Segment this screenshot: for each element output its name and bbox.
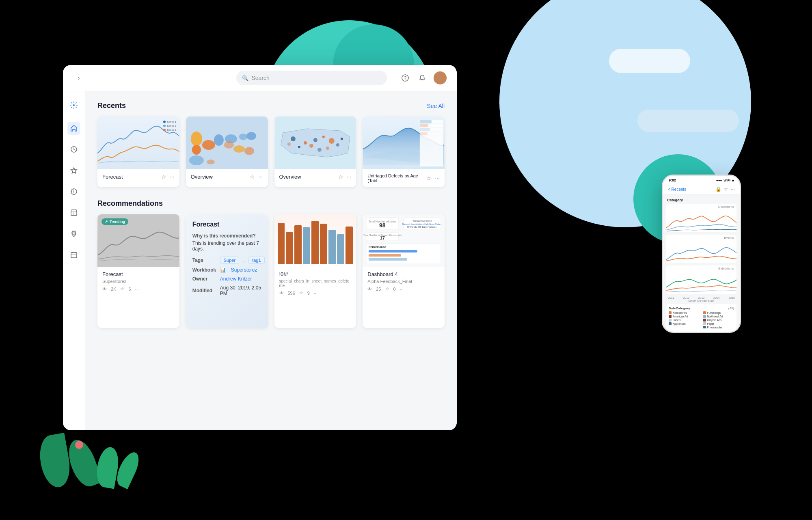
sidebar-item-schedule[interactable] [67,248,80,261]
sidebar-item-location[interactable] [67,227,80,240]
svg-text:You achieve more: You achieve more [412,220,432,222]
svg-text:Performance: Performance [369,246,386,248]
defects-more[interactable]: ··· [435,175,440,181]
rec-dashboard-more[interactable]: ··· [400,287,404,291]
forecast-favorite-icon[interactable]: ☆ [161,173,166,180]
rec-card-forecast-popup[interactable]: Forecast Why is this recommended? This i… [186,214,268,328]
phone-exhibitions-label: Exhibitions [666,265,736,272]
legend-color-5 [703,311,706,314]
sidebar-item-home[interactable] [67,122,80,135]
tags-row: Tags Super , tag1 [192,257,261,264]
rec-bar-more[interactable]: ··· [314,291,317,296]
scatter-map-thumbnail [274,117,356,169]
help-button[interactable]: ? [400,72,411,84]
workbook-row: Workbook 📊 Superstorez [192,267,261,273]
owner-value[interactable]: Andrew Kritzer [220,276,252,282]
forecast-card-actions: ☆ ··· [161,173,175,180]
scatter-card-actions: ☆ ··· [338,173,352,180]
phone-legend-header: Sub-Category (All) [669,306,734,310]
forecast-thumbnail: Series 1 Series 2 Series 3 [97,117,179,169]
rec-card-dashboard[interactable]: Total Number of sales 98 You achieve mor… [363,214,445,328]
collapse-button[interactable]: › [73,72,84,84]
search-icon: 🔍 [242,75,248,81]
user-avatar[interactable] [434,71,447,84]
rec-dashboard-subtitle: Alpha Feedback_Final [367,279,440,284]
plant-flower [75,441,83,449]
phone-star-icon[interactable]: ☆ [724,186,728,192]
phone-x-axis: 20112012201320142015 [666,296,736,299]
scatter-more[interactable]: ··· [347,173,352,180]
phone-legend-item-7: Graphic Arts [703,319,734,321]
phone-section-category: Category [666,198,736,202]
svg-text:17: 17 [380,235,385,240]
rec-forecast-stats: 👁 2K ☆ 6 ··· [102,286,175,291]
rec-card-bar[interactable]: 📊 !0!# special_chars_i [274,214,356,328]
recent-card-overview-map[interactable]: Overview ☆ ··· [186,117,268,187]
svg-point-32 [189,155,204,165]
svg-line-9 [76,103,76,104]
phone-events-label: Events [666,235,736,241]
defects-favorite[interactable]: ☆ [426,175,432,181]
defects-thumbnail [363,117,445,169]
sidebar [63,91,85,430]
recent-card-forecast[interactable]: Series 1 Series 2 Series 3 Forecast ☆ ··… [97,117,179,187]
svg-rect-13 [71,210,77,216]
phone-content: Category Collections Events [663,195,740,328]
phone-status-bar: 9:02 ●●● WiFi ■ [663,176,740,184]
rec-bar-subtitle: special_chars_in_sheet_names_deleteme [279,279,352,288]
svg-line-8 [76,107,76,108]
phone-back-button[interactable]: < Recents [668,187,686,192]
sidebar-item-shared[interactable] [67,206,80,219]
svg-text:98: 98 [379,222,386,229]
phone-legend-item-1: Accessories [669,311,700,314]
tag-chip-1[interactable]: Super [220,257,239,264]
svg-point-35 [290,136,295,141]
forecast-more-icon[interactable]: ··· [170,173,175,180]
overview-map-more[interactable]: ··· [258,173,263,180]
phone-legend-item-4: Appliances [669,322,700,325]
notification-bell[interactable] [417,72,428,84]
rec-bar-title: !0!# [279,271,352,277]
plants-decoration [41,435,136,488]
tag-chip-2[interactable]: tag1 [248,257,264,264]
phone-wifi-icon: WiFi [723,179,730,182]
scatter-favorite[interactable]: ☆ [338,173,343,180]
svg-point-45 [287,142,290,146]
phone-more-icon[interactable]: ··· [731,186,735,192]
bar-star-icon: ☆ [299,290,303,296]
star-icon: ☆ [120,286,124,291]
phone-legend-item-6: Northwest Art [703,315,734,318]
workbook-link[interactable]: Superstorez [231,267,257,273]
search-input-label: Search [252,75,270,81]
rec-forecast-footer: Forecast Superstorez 👁 2K ☆ 6 ··· [97,267,179,296]
svg-line-10 [71,107,72,108]
phone-legend-item-8: Paper [703,322,734,325]
why-label: Why is this recommended? [192,233,261,239]
phone-chart-events: Events [666,235,736,263]
search-bar[interactable]: 🔍 Search [236,71,387,85]
sidebar-logo [67,99,80,112]
overview-map-favorite[interactable]: ☆ [250,173,255,180]
svg-rect-52 [420,120,432,123]
svg-point-42 [309,144,313,148]
rec-forecast-more[interactable]: ··· [135,287,139,291]
recent-card-defects[interactable]: Untriaged Defects by Age (Tabl... ☆ ··· [363,117,445,187]
phone-legend-item-9: Photography [703,326,734,328]
recent-card-scatter[interactable]: Overview ☆ ··· [274,117,356,187]
legend-color-6 [703,315,706,318]
cloud-decoration-2 [637,110,739,132]
phone-lock-icon[interactable]: 🔒 [715,186,721,192]
dashboard-star-icon: ☆ [385,286,389,291]
phone-legend-box: Sub-Category (All) Accessories American … [666,304,736,328]
sidebar-item-history[interactable] [67,185,80,198]
rec-card-forecast[interactable]: ↗ Trending Forecast Superstorez 👁 [97,214,179,328]
recents-see-all[interactable]: See All [427,103,445,109]
phone-legend-item-2: American Art [669,315,700,318]
legend-color-4 [669,322,672,325]
recents-title: Recents [97,101,126,110]
rec-bar-thumbnail: 📊 [274,214,356,267]
bar-chart [274,214,356,267]
sidebar-item-favorites[interactable] [67,164,80,177]
sidebar-item-recent[interactable] [67,143,80,156]
recents-section-header: Recents See All [97,101,445,110]
